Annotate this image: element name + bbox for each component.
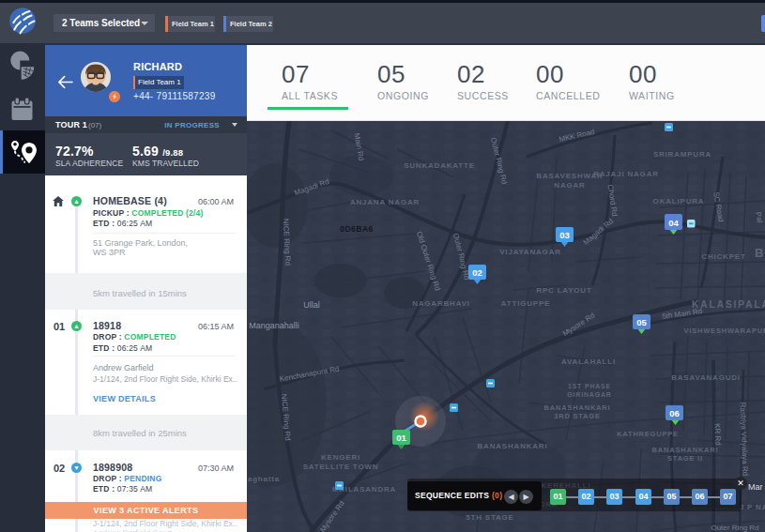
svg-text:5TH STAGE: 5TH STAGE <box>466 513 514 522</box>
svg-text:SRIRAMPURA: SRIRAMPURA <box>653 150 711 159</box>
svg-text:SUNKADAKATTE: SUNKADAKATTE <box>404 161 475 170</box>
svg-text:VISHWESHWARAPURA: VISHWESHWARAPURA <box>684 327 765 335</box>
svg-text:ANJANA NAGAR: ANJANA NAGAR <box>350 198 420 206</box>
svg-text:STAGE II: STAGE II <box>667 454 703 463</box>
svg-text:RAJAJI NAGAR: RAJAJI NAGAR <box>593 170 659 178</box>
svg-text:BANASHANKARI: BANASHANKARI <box>652 446 719 454</box>
svg-text:AVALAHALLI: AVALAHALLI <box>561 357 616 366</box>
svg-text:KATHREGUPPE: KATHREGUPPE <box>617 430 679 438</box>
svg-text:OKALIPURA: OKALIPURA <box>653 197 705 205</box>
svg-text:1ST PHASE: 1ST PHASE <box>568 383 611 389</box>
svg-text:0D6BA6: 0D6BA6 <box>340 224 374 234</box>
svg-text:B: B <box>755 246 764 260</box>
svg-text:03: 03 <box>559 230 570 240</box>
svg-text:CHICKPET: CHICKPET <box>701 252 745 261</box>
svg-text:RPC LAYOUT: RPC LAYOUT <box>536 286 591 295</box>
svg-text:ATTIGUPPE: ATTIGUPPE <box>501 299 550 308</box>
svg-text:Manganahalli: Manganahalli <box>249 321 299 330</box>
svg-text:J P NA: J P NA <box>740 503 765 511</box>
svg-text:02: 02 <box>472 267 482 278</box>
svg-text:BANASHANKARI: BANASHANKARI <box>544 403 611 412</box>
svg-text:NAGARBHAVI: NAGARBHAVI <box>412 299 470 308</box>
svg-text:04: 04 <box>668 218 679 228</box>
svg-text:05: 05 <box>636 317 647 327</box>
svg-text:KALASIPALAYA: KALASIPALAYA <box>692 299 765 310</box>
svg-text:NAGAR: NAGAR <box>554 181 585 190</box>
svg-text:GIRINAGAR: GIRINAGAR <box>567 391 611 398</box>
svg-text:BASAVANAGUDI: BASAVANAGUDI <box>671 373 741 382</box>
svg-text:06: 06 <box>669 408 680 418</box>
svg-text:VIJAYANAGAR: VIJAYANAGAR <box>499 248 561 256</box>
svg-text:KR Rd: KR Rd <box>713 423 723 446</box>
svg-text:3RD STAGE: 3RD STAGE <box>554 412 601 420</box>
svg-text:SATELLITE TOWN: SATELLITE TOWN <box>303 463 379 471</box>
svg-text:BANASHANKARI: BANASHANKARI <box>478 442 548 450</box>
svg-text:Outer Ring Rd: Outer Ring Rd <box>711 524 758 532</box>
svg-text:KENGERI: KENGERI <box>321 453 360 462</box>
svg-text:Ullal: Ullal <box>303 300 320 310</box>
svg-text:maghatta: maghatta <box>247 475 280 483</box>
svg-text:01: 01 <box>396 433 406 443</box>
